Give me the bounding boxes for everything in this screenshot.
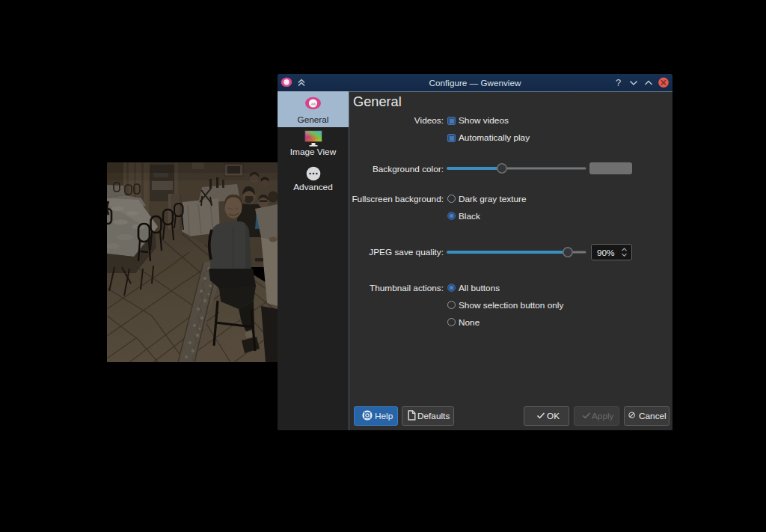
- svg-text:?: ?: [616, 77, 621, 88]
